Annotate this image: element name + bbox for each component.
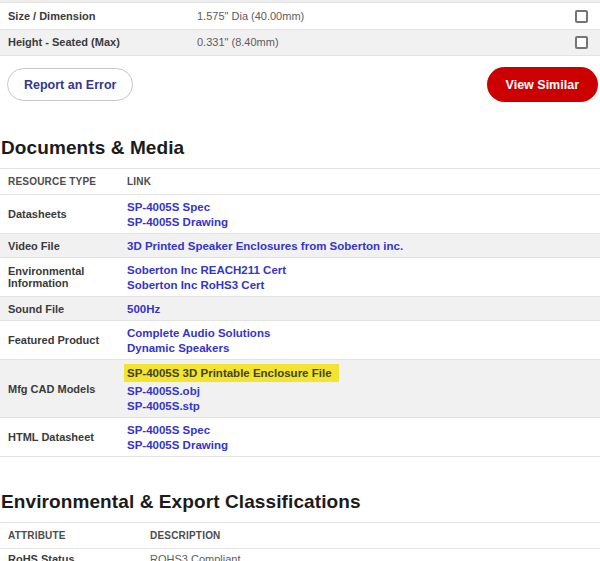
document-link[interactable]: Complete Audio Solutions bbox=[127, 326, 270, 340]
table-row: Height - Seated (Max) 0.331" (8.40mm) bbox=[0, 29, 600, 56]
report-error-button[interactable]: Report an Error bbox=[7, 68, 133, 101]
resource-type-label: Datasheets bbox=[0, 195, 119, 234]
table-header-row: ATTRIBUTE DESCRIPTION bbox=[0, 523, 600, 549]
action-bar: Report an Error View Similar bbox=[0, 67, 600, 102]
spec-value: 0.331" (8.40mm) bbox=[189, 29, 566, 56]
document-link[interactable]: Dynamic Speakers bbox=[127, 341, 229, 355]
documents-media-table: RESOURCE TYPE LINK Datasheets SP-4005S S… bbox=[0, 168, 600, 457]
resource-type-label: HTML Datasheet bbox=[0, 418, 119, 457]
document-link[interactable]: SP-4005S Spec bbox=[127, 423, 210, 437]
table-row-rohs-status: RoHS Status ROHS3 Compliant bbox=[0, 549, 600, 561]
document-link[interactable]: Soberton Inc RoHS3 Cert bbox=[127, 278, 264, 292]
table-row-mfg-cad-models: Mfg CAD Models SP-4005S 3D Printable Enc… bbox=[0, 360, 600, 418]
column-header-attribute: ATTRIBUTE bbox=[0, 523, 142, 549]
highlighted-document-link[interactable]: SP-4005S 3D Printable Enclosure File bbox=[124, 364, 339, 382]
attribute-description: ROHS3 Compliant bbox=[142, 549, 600, 561]
document-link[interactable]: SP-4005S.stp bbox=[127, 399, 200, 413]
attribute-label: RoHS Status bbox=[0, 549, 142, 561]
document-link[interactable]: SP-4005S Spec bbox=[127, 200, 210, 214]
specs-table: Size / Dimension 1.575" Dia (40.00mm) He… bbox=[0, 3, 600, 56]
resource-type-label: Featured Product bbox=[0, 321, 119, 360]
document-link[interactable]: SP-4005S Drawing bbox=[127, 215, 228, 229]
document-link[interactable]: 500Hz bbox=[127, 302, 160, 316]
table-row-video-file: Video File 3D Printed Speaker Enclosures… bbox=[0, 234, 600, 258]
document-link[interactable]: Soberton Inc REACH211 Cert bbox=[127, 263, 286, 277]
resource-type-label: Sound File bbox=[0, 297, 119, 321]
table-row-html-datasheet: HTML Datasheet SP-4005S Spec SP-4005S Dr… bbox=[0, 418, 600, 457]
document-link[interactable]: SP-4005S Drawing bbox=[127, 438, 228, 452]
spec-label: Height - Seated (Max) bbox=[0, 29, 189, 56]
table-row-featured-product: Featured Product Complete Audio Solution… bbox=[0, 321, 600, 360]
table-row-datasheets: Datasheets SP-4005S Spec SP-4005S Drawin… bbox=[0, 195, 600, 234]
table-header-row: RESOURCE TYPE LINK bbox=[0, 169, 600, 195]
resource-type-label: Video File bbox=[0, 234, 119, 258]
resource-type-label: Environmental Information bbox=[0, 258, 119, 297]
spec-value: 1.575" Dia (40.00mm) bbox=[189, 3, 566, 29]
document-link[interactable]: SP-4005S.obj bbox=[127, 384, 200, 398]
resource-type-label: Mfg CAD Models bbox=[0, 360, 119, 418]
table-row-environmental-information: Environmental Information Soberton Inc R… bbox=[0, 258, 600, 297]
column-header-description: DESCRIPTION bbox=[142, 523, 600, 549]
product-detail-page: Size / Dimension 1.575" Dia (40.00mm) He… bbox=[0, 0, 600, 561]
column-header-resource-type: RESOURCE TYPE bbox=[0, 169, 119, 195]
compare-checkbox[interactable] bbox=[575, 10, 588, 23]
spec-label: Size / Dimension bbox=[0, 3, 189, 29]
document-link[interactable]: 3D Printed Speaker Enclosures from Sober… bbox=[127, 239, 403, 253]
table-row-sound-file: Sound File 500Hz bbox=[0, 297, 600, 321]
documents-media-heading: Documents & Media bbox=[0, 137, 600, 159]
column-header-link: LINK bbox=[119, 169, 600, 195]
view-similar-button[interactable]: View Similar bbox=[487, 67, 598, 102]
environmental-export-table: ATTRIBUTE DESCRIPTION RoHS Status ROHS3 … bbox=[0, 522, 600, 561]
compare-checkbox[interactable] bbox=[575, 36, 588, 49]
table-row: Size / Dimension 1.575" Dia (40.00mm) bbox=[0, 3, 600, 29]
environmental-export-heading: Environmental & Export Classifications bbox=[0, 491, 600, 513]
